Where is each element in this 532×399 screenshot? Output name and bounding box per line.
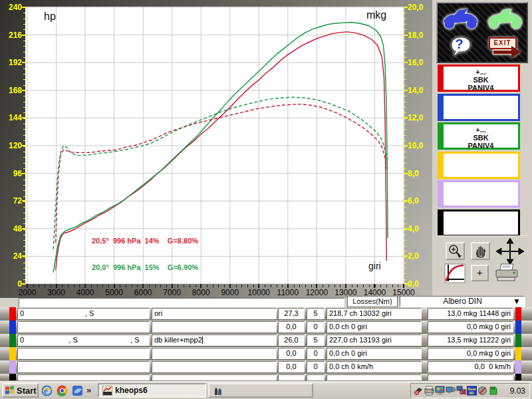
right-axis-tick: 18,0 <box>408 31 432 40</box>
gear-field[interactable]: 0 <box>307 361 325 372</box>
xear3d-icon[interactable]: Xear 3D <box>467 386 477 396</box>
x-axis-tick-mark <box>345 284 346 288</box>
left-axis-tick: 48 <box>1 224 22 233</box>
max-power-field[interactable]: 0,0 ch 0 giri <box>327 348 422 359</box>
x-axis-tick-mark <box>316 284 317 288</box>
device-blocked-icon[interactable] <box>414 386 424 396</box>
gear-field[interactable]: 5 <box>307 334 325 346</box>
pan-button[interactable] <box>471 242 490 260</box>
max-torque-field[interactable]: 0,0 mkg 0 giri <box>428 348 513 359</box>
row-color-chip-left <box>9 307 16 321</box>
magnifier-plus-icon <box>447 243 464 259</box>
row-color-chip-right <box>515 374 521 380</box>
temp-field[interactable]: 0,0 <box>278 321 305 332</box>
display-icon[interactable] <box>435 386 445 396</box>
preset-box-line: PANIV4 <box>444 142 518 150</box>
run-name-field[interactable] <box>17 361 150 372</box>
preset-box-4[interactable] <box>438 152 520 179</box>
chrome-icon[interactable] <box>57 385 68 396</box>
x-axis-tick-mark <box>200 284 201 288</box>
run-note-field[interactable]: db killer+mpp2 <box>152 334 277 346</box>
max-power-field[interactable]: 218,7 ch 13032 giri <box>327 308 422 319</box>
taskbar-task-app[interactable] <box>208 383 313 398</box>
left-axis-tick: 96 <box>1 169 22 178</box>
media-icon[interactable] <box>72 385 83 396</box>
print-button[interactable] <box>493 263 524 285</box>
giri-axis-label: giri <box>368 261 381 271</box>
audio-display-icon[interactable] <box>446 386 456 396</box>
temp-field[interactable] <box>278 374 305 380</box>
taskbar-task-kheops6[interactable]: kheops6 <box>98 383 206 398</box>
temp-field[interactable]: 26,0 <box>278 334 305 346</box>
max-power-field[interactable]: 0,0 ch 0 giri <box>327 321 422 332</box>
losses-button[interactable]: Losses(Nm) <box>347 296 398 307</box>
blue-motorcycle-button[interactable] <box>441 6 479 30</box>
row-color-chip-left <box>9 360 16 374</box>
printer-icon <box>493 263 521 282</box>
run-note-field[interactable] <box>152 321 277 332</box>
quicklaunch-overflow-chevron[interactable]: » <box>86 385 91 395</box>
preset-box-3[interactable]: +...SBKPANIV4 <box>438 122 520 150</box>
run-note-field[interactable] <box>152 348 277 359</box>
table-header-row: Losses(Nm) Albero DIN ▼ <box>0 296 532 307</box>
max-power-field[interactable]: 0,0 ch 0 km/h <box>327 361 422 372</box>
max-power-field[interactable]: 227,0 ch 13193 giri <box>327 334 422 346</box>
gear-field[interactable]: 5 <box>307 308 325 319</box>
run-name-field[interactable] <box>17 348 150 359</box>
run-name-field[interactable]: 0 , S , S <box>17 334 150 346</box>
left-axis-tick: 240 <box>1 3 22 12</box>
preset-box-5[interactable] <box>438 180 520 207</box>
row-color-chip-right <box>515 360 521 374</box>
memory-card-icon[interactable] <box>488 386 498 396</box>
combo-arrow-icon: ▼ <box>513 297 521 307</box>
help-button[interactable]: ? <box>448 36 472 59</box>
run-note-field[interactable] <box>152 361 277 372</box>
max-power-field[interactable] <box>327 374 422 380</box>
exit-button[interactable]: EXIT <box>487 37 522 58</box>
green-motorcycle-button[interactable] <box>485 6 524 30</box>
comment-field[interactable] <box>19 298 344 307</box>
right-axis-tick: 16,0 <box>408 58 432 67</box>
gear-field[interactable]: 0 <box>307 321 325 332</box>
volume-muted-icon[interactable] <box>477 386 487 396</box>
max-torque-field[interactable]: 0,0 mkg 0 giri <box>428 321 513 332</box>
run-note-field[interactable] <box>152 374 277 380</box>
move-arrows-icon[interactable] <box>495 238 525 265</box>
plot-area[interactable]: hp mkg giri 20,5° 996 hPa 14% G=8.80% 20… <box>25 7 404 284</box>
x-axis-tick-mark <box>287 284 289 288</box>
gear-field[interactable] <box>307 374 325 380</box>
max-torque-field[interactable] <box>428 374 513 380</box>
curve-tool-button[interactable] <box>444 263 466 283</box>
table-row: 0 , Sori27,35218,7 ch 13032 giri13,0 mkg… <box>0 307 532 321</box>
temp-field[interactable]: 0,0 <box>278 361 305 372</box>
axis-mode-dropdown[interactable]: Albero DIN ▼ <box>400 296 525 307</box>
run-name-field[interactable] <box>17 374 150 380</box>
max-torque-field[interactable]: 0,0 0 km/h <box>428 361 513 372</box>
start-label: Start <box>17 386 37 396</box>
gear-field[interactable]: 0 <box>307 348 325 359</box>
run-name-field[interactable] <box>17 321 150 332</box>
x-axis-tick-mark <box>114 284 115 288</box>
preset-box-line: SBK <box>444 76 518 84</box>
zoom-button[interactable] <box>446 242 465 260</box>
hand-icon <box>472 243 489 259</box>
chart-grid-and-curves <box>25 7 404 284</box>
network-error-icon[interactable] <box>456 386 466 396</box>
run-note-field[interactable]: ori <box>152 308 277 319</box>
printer-tray-icon[interactable] <box>424 386 434 396</box>
run-name-field[interactable]: 0 , S <box>17 308 150 319</box>
temp-field[interactable]: 27,3 <box>278 308 305 319</box>
temp-field[interactable]: 0,0 <box>278 348 305 359</box>
x-axis-tick-mark <box>56 284 57 288</box>
add-button[interactable]: + <box>471 265 489 281</box>
max-torque-field[interactable]: 13,5 mkg 11222 giri <box>428 334 513 346</box>
preset-box-6[interactable] <box>438 209 520 237</box>
max-torque-field[interactable]: 13,0 mkg 11448 giri <box>428 308 513 319</box>
row-color-chip-left <box>9 374 16 380</box>
windows-logo-icon <box>5 386 15 395</box>
annotation-run-green: 20,0° 996 hPa 15% G=6.90% <box>92 263 198 271</box>
start-button[interactable]: Start <box>2 383 39 398</box>
preset-box-1[interactable]: +...SBKPANIV4 <box>438 65 520 92</box>
ie-icon[interactable]: e <box>41 385 53 396</box>
preset-box-2[interactable] <box>438 94 520 121</box>
